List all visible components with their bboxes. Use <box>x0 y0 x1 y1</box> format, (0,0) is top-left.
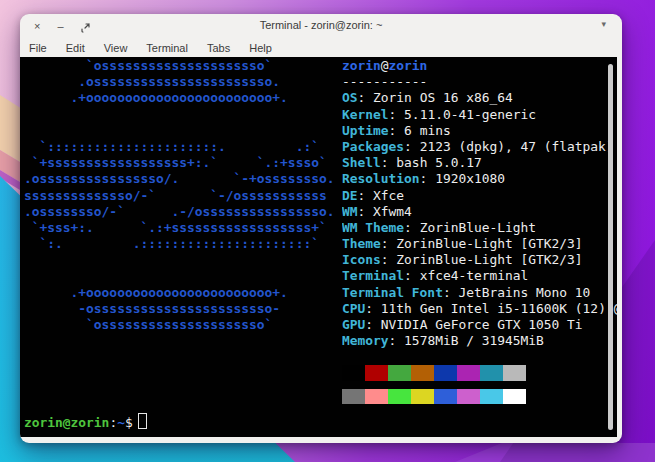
neofetch-info-row: Terminal: xfce4-terminal <box>342 268 617 284</box>
neofetch-info-row: Theme: ZorinBlue-Light [GTK2/3] <box>342 236 617 252</box>
neofetch-info-row: Icons: ZorinBlue-Light [GTK2/3] <box>342 252 617 268</box>
info-label: WM <box>342 204 358 219</box>
menubar: File Edit View Terminal Tabs Help <box>20 38 622 57</box>
info-colon: : <box>404 139 420 154</box>
palette-row-bright <box>342 389 526 413</box>
info-label: GPU <box>342 317 365 332</box>
menu-item[interactable]: View <box>104 42 128 54</box>
info-colon: : <box>443 285 459 300</box>
color-swatch <box>457 389 480 405</box>
menu-item[interactable]: Help <box>249 42 272 54</box>
color-swatch <box>480 389 503 405</box>
info-label: DE <box>342 188 358 203</box>
terminal-window: × – Terminal - zorin@zorin: ~ ▾ File Edi… <box>20 14 622 443</box>
info-colon: : <box>381 155 397 170</box>
menu-item[interactable]: File <box>29 42 47 54</box>
info-value: Zorin OS 16 x86_64 <box>373 90 513 105</box>
neofetch-title: zorin@zorin <box>342 58 617 74</box>
info-colon: : <box>381 236 397 251</box>
info-colon: : <box>358 188 374 203</box>
menu-item[interactable]: Tabs <box>207 42 230 54</box>
terminal-cursor[interactable] <box>138 413 147 429</box>
terminal-color-palette <box>342 365 526 412</box>
info-label: CPU <box>342 301 365 316</box>
info-colon: : <box>389 123 405 138</box>
neofetch-host: zorin <box>389 58 428 73</box>
info-colon: : <box>389 333 405 348</box>
color-swatch <box>503 365 526 381</box>
info-value: bash 5.0.17 <box>396 155 481 170</box>
info-value: 11th Gen Intel i5-11600K (12) @ <box>381 301 617 316</box>
info-colon: : <box>404 268 420 283</box>
color-swatch <box>342 365 365 381</box>
color-swatch <box>480 365 503 381</box>
info-colon: : <box>365 301 381 316</box>
color-swatch <box>365 365 388 381</box>
info-value: NVIDIA GeForce GTX 1050 Ti <box>381 317 583 332</box>
info-colon: : <box>389 107 405 122</box>
info-colon: : <box>420 171 436 186</box>
neofetch-info-row: Memory: 1578MiB / 31945MiB <box>342 333 617 349</box>
neofetch-info-row: Terminal Font: JetBrains Mono 10 <box>342 285 617 301</box>
info-value: Xfce <box>373 188 404 203</box>
info-colon: : <box>358 204 374 219</box>
info-value: ZorinBlue-Light <box>420 220 536 235</box>
color-swatch <box>365 389 388 405</box>
prompt-path: ~ <box>117 415 125 430</box>
info-colon: : <box>358 90 374 105</box>
neofetch-separator: ----------- <box>342 74 617 90</box>
color-swatch <box>457 365 480 381</box>
chevron-down-icon[interactable]: ▾ <box>601 19 606 29</box>
neofetch-user: zorin <box>342 58 381 73</box>
info-colon: : <box>404 220 420 235</box>
info-value: 6 mins <box>404 123 451 138</box>
info-value: JetBrains Mono 10 <box>458 285 590 300</box>
shell-prompt: zorin@zorin:~$ <box>24 413 147 431</box>
color-swatch <box>503 389 526 405</box>
info-value: 1920x1080 <box>435 171 505 186</box>
neofetch-info-row: Kernel: 5.11.0-41-generic <box>342 107 617 123</box>
neofetch-info-row: Uptime: 6 mins <box>342 123 617 139</box>
neofetch-info: zorin@zorin ----------- OS: Zorin OS 16 … <box>342 58 617 349</box>
neofetch-info-row: Packages: 2123 (dpkg), 47 (flatpak) <box>342 139 617 155</box>
info-value: Xfwm4 <box>373 204 412 219</box>
titlebar[interactable]: × – Terminal - zorin@zorin: ~ ▾ <box>20 14 622 38</box>
neofetch-info-row: DE: Xfce <box>342 188 617 204</box>
color-swatch <box>342 389 365 405</box>
neofetch-info-row: WM Theme: ZorinBlue-Light <box>342 220 617 236</box>
info-label: Uptime <box>342 123 389 138</box>
color-swatch <box>434 389 457 405</box>
neofetch-info-row: Shell: bash 5.0.17 <box>342 155 617 171</box>
palette-row-normal <box>342 365 526 389</box>
color-swatch <box>388 389 411 405</box>
info-colon: : <box>365 317 381 332</box>
terminal-scrollbar[interactable] <box>608 64 613 430</box>
menu-item[interactable]: Terminal <box>146 42 188 54</box>
neofetch-info-row: OS: Zorin OS 16 x86_64 <box>342 90 617 106</box>
info-value: 1578MiB / 31945MiB <box>404 333 544 348</box>
info-label: OS <box>342 90 358 105</box>
info-label: WM Theme <box>342 220 404 235</box>
prompt-colon: : <box>109 415 117 430</box>
prompt-symbol: $ <box>125 415 133 430</box>
color-swatch <box>411 389 434 405</box>
neofetch-rows: OS: Zorin OS 16 x86_64 Kernel: 5.11.0-41… <box>342 90 617 349</box>
neofetch-ascii-logo: `osssssssssssssssssssso` .osssssssssssss… <box>24 58 334 333</box>
neofetch-info-row: GPU: NVIDIA GeForce GTX 1050 Ti <box>342 317 617 333</box>
terminal-screen[interactable]: `osssssssssssssssssssso` .osssssssssssss… <box>20 57 617 437</box>
info-label: Kernel <box>342 107 389 122</box>
info-colon: : <box>381 252 397 267</box>
info-label: Terminal Font <box>342 285 443 300</box>
info-value: ZorinBlue-Light [GTK2/3] <box>396 252 582 267</box>
info-label: Shell <box>342 155 381 170</box>
neofetch-at: @ <box>381 58 389 73</box>
color-swatch <box>411 365 434 381</box>
info-label: Theme <box>342 236 381 251</box>
desktop: × – Terminal - zorin@zorin: ~ ▾ File Edi… <box>0 0 655 462</box>
info-label: Icons <box>342 252 381 267</box>
info-label: Memory <box>342 333 389 348</box>
menu-item[interactable]: Edit <box>66 42 85 54</box>
neofetch-info-row: WM: Xfwm4 <box>342 204 617 220</box>
neofetch-info-row: CPU: 11th Gen Intel i5-11600K (12) @ <box>342 301 617 317</box>
info-value: xfce4-terminal <box>420 268 529 283</box>
